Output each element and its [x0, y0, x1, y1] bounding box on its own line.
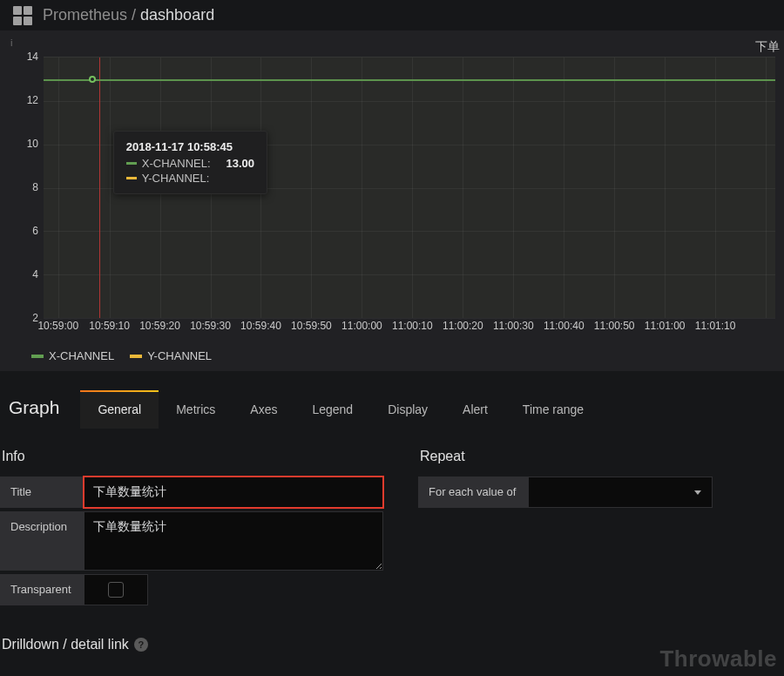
watermark: Throwable	[659, 646, 777, 673]
row-title: Title	[0, 477, 383, 508]
label-title: Title	[0, 477, 84, 508]
transparent-field-wrap	[84, 574, 148, 605]
label-description: Description	[0, 511, 84, 571]
chart-tooltip: 2018-11-17 10:58:45 X-CHANNEL: 13.00 Y-C…	[113, 131, 267, 194]
chevron-down-icon	[694, 490, 701, 495]
row-transparent: Transparent	[0, 574, 153, 605]
tooltip-row-y: Y-CHANNEL:	[126, 172, 254, 185]
title-field-wrap	[84, 477, 383, 508]
editor-kind-label: Graph	[0, 389, 80, 429]
chart-grid[interactable]: 2018-11-17 10:58:45 X-CHANNEL: 13.00 Y-C…	[44, 57, 775, 318]
legend-swatch	[130, 355, 142, 358]
label-repeat: For each value of	[418, 477, 528, 508]
help-icon[interactable]: ?	[134, 638, 148, 652]
description-field-wrap	[84, 511, 383, 571]
graph-panel: i 下单 14 12 10 8 6 4 2	[0, 30, 784, 371]
title-input[interactable]	[84, 478, 382, 506]
y-axis-labels: 14 12 10 8 6 4 2	[9, 57, 44, 318]
tab-metrics[interactable]: Metrics	[159, 390, 233, 429]
tab-general[interactable]: General	[80, 390, 159, 429]
tab-alert[interactable]: Alert	[445, 390, 505, 429]
row-repeat: For each value of	[418, 477, 732, 508]
section-repeat-title: Repeat	[418, 449, 732, 464]
legend-swatch	[31, 355, 44, 358]
transparent-checkbox[interactable]	[108, 582, 124, 598]
label-transparent: Transparent	[0, 574, 84, 605]
series-x-channel-line	[44, 79, 775, 81]
repeat-select[interactable]	[528, 477, 713, 508]
legend-item-y[interactable]: Y-CHANNEL	[130, 349, 212, 362]
editor-tabs-header: Graph General Metrics Axes Legend Displa…	[0, 389, 784, 429]
breadcrumb-current[interactable]: dashboard	[140, 6, 214, 24]
tab-display[interactable]: Display	[370, 390, 445, 429]
tooltip-row-x: X-CHANNEL: 13.00	[126, 157, 254, 170]
row-description: Description	[0, 511, 383, 571]
breadcrumb-bar: Prometheus / dashboard	[0, 0, 784, 30]
dashboard-icon[interactable]	[13, 6, 32, 25]
tooltip-time: 2018-11-17 10:58:45	[126, 140, 254, 153]
tab-time-range[interactable]: Time range	[505, 390, 601, 429]
general-form: Info Title Description Transparent Repea…	[0, 429, 784, 609]
series-x-channel-point[interactable]	[89, 76, 96, 83]
tab-legend[interactable]: Legend	[294, 390, 370, 429]
chart[interactable]: 14 12 10 8 6 4 2	[9, 57, 775, 344]
breadcrumb-parent[interactable]: Prometheus	[43, 6, 127, 24]
tab-axes[interactable]: Axes	[233, 390, 294, 429]
crosshair	[99, 57, 100, 318]
x-axis-labels: 10:59:00 10:59:10 10:59:20 10:59:30 10:5…	[44, 320, 775, 337]
legend-item-x[interactable]: X-CHANNEL	[31, 349, 114, 362]
panel-info-icon[interactable]: i	[10, 37, 12, 48]
section-info-title: Info	[0, 449, 383, 464]
breadcrumb[interactable]: Prometheus / dashboard	[43, 6, 214, 24]
description-input[interactable]	[84, 512, 382, 570]
chart-legend: X-CHANNEL Y-CHANNEL	[9, 344, 775, 362]
tab-row: General Metrics Axes Legend Display Aler…	[80, 390, 601, 429]
panel-title[interactable]: 下单	[755, 39, 780, 55]
